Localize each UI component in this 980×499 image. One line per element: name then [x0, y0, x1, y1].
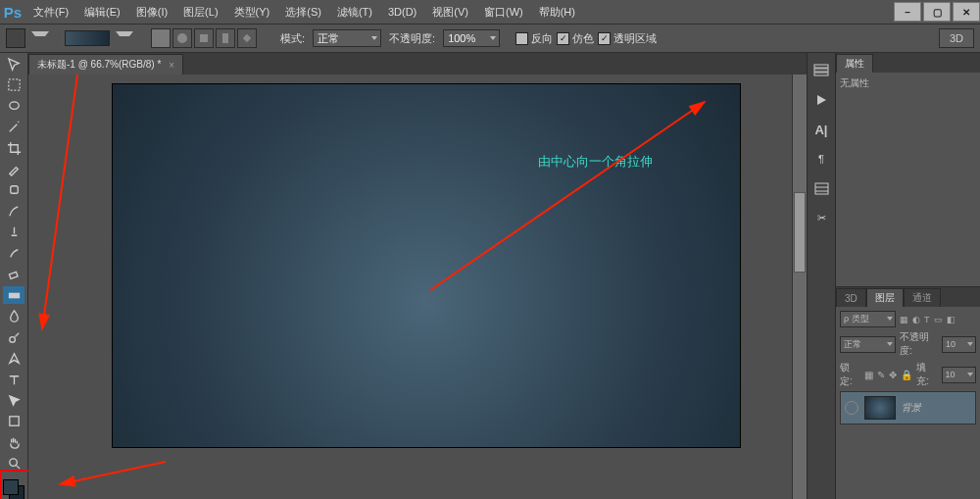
3d-tab[interactable]: 3D	[836, 288, 866, 307]
dock-history-icon[interactable]	[812, 63, 830, 78]
lock-transparency-icon[interactable]: ▦	[864, 370, 873, 380]
layer-name[interactable]: 背景	[902, 401, 921, 415]
svg-rect-8	[9, 273, 18, 279]
history-brush-tool[interactable]	[3, 244, 24, 262]
gradient-tool[interactable]	[3, 286, 24, 304]
svg-rect-3	[222, 33, 228, 43]
svg-rect-9	[8, 292, 19, 298]
menu-select[interactable]: 选择(S)	[277, 0, 329, 24]
layer-opacity-combo[interactable]: 10	[942, 336, 976, 353]
pen-tool[interactable]	[3, 349, 24, 367]
maximize-button[interactable]: ▢	[923, 2, 951, 22]
minimize-button[interactable]: –	[894, 2, 921, 22]
svg-rect-2	[200, 34, 208, 42]
menu-type[interactable]: 类型(Y)	[226, 0, 278, 24]
document-tab-label: 未标题-1 @ 66.7%(RGB/8) *	[37, 58, 161, 72]
fill-combo[interactable]: 10	[942, 367, 977, 383]
vertical-scrollbar[interactable]	[792, 75, 807, 499]
menu-3d[interactable]: 3D(D)	[380, 0, 424, 24]
filter-adjust-icon[interactable]: ◐	[912, 315, 920, 324]
healing-tool[interactable]	[3, 181, 24, 199]
document-tab-bar: 未标题-1 @ 66.7%(RGB/8) * ×	[28, 53, 807, 75]
path-select-tool[interactable]	[3, 391, 24, 409]
menu-image[interactable]: 图像(I)	[128, 0, 175, 24]
gradient-dropdown-icon[interactable]	[116, 31, 133, 46]
gradient-preview[interactable]	[65, 30, 110, 46]
close-tab-icon[interactable]: ×	[169, 60, 174, 71]
svg-point-12	[9, 459, 17, 467]
gradient-linear-button[interactable]	[151, 28, 171, 48]
menu-window[interactable]: 窗口(W)	[476, 0, 531, 24]
dock-play-icon[interactable]	[812, 92, 830, 108]
filter-shape-icon[interactable]: ▭	[934, 315, 943, 324]
visibility-toggle-icon[interactable]	[845, 401, 858, 415]
dither-checkbox[interactable]: ✓仿色	[557, 31, 594, 46]
layer-filter-kind[interactable]: ρ 类型	[840, 311, 896, 327]
properties-tab-row: 属性	[836, 53, 980, 73]
marquee-tool[interactable]	[3, 75, 24, 93]
layer-thumbnail[interactable]	[864, 396, 896, 420]
mode-combo[interactable]: 正常	[313, 29, 381, 47]
toolbox	[0, 53, 28, 499]
transparency-checkbox[interactable]: ✓透明区域	[598, 31, 657, 46]
menu-edit[interactable]: 编辑(E)	[76, 0, 128, 24]
filter-pixel-icon[interactable]: ▦	[900, 315, 908, 324]
lock-all-icon[interactable]: 🔒	[901, 370, 912, 380]
canvas-area[interactable]: 由中心向一个角拉伸	[28, 75, 807, 499]
tool-preset-picker[interactable]	[6, 28, 25, 48]
dock-tools-icon[interactable]: ✂	[812, 210, 830, 225]
opacity-combo[interactable]: 100%	[443, 29, 500, 47]
shape-tool[interactable]	[3, 413, 24, 430]
dock-paragraph-icon[interactable]: ¶	[812, 151, 830, 167]
gradient-angle-button[interactable]	[194, 28, 214, 48]
menu-layer[interactable]: 图层(L)	[175, 0, 225, 24]
svg-line-14	[60, 462, 166, 484]
menu-help[interactable]: 帮助(H)	[531, 0, 583, 24]
properties-tab[interactable]: 属性	[836, 54, 873, 73]
gradient-diamond-button[interactable]	[237, 28, 257, 48]
lasso-tool[interactable]	[3, 97, 24, 115]
scrollbar-thumb[interactable]	[794, 192, 806, 273]
wand-tool[interactable]	[3, 118, 24, 135]
layer-opacity-label: 不透明度:	[900, 330, 938, 358]
tool-preset-dropdown-icon[interactable]	[31, 31, 49, 46]
gradient-radial-button[interactable]	[172, 28, 192, 48]
annotation-text: 由中心向一个角拉伸	[538, 153, 653, 171]
3d-mode-button[interactable]: 3D	[939, 28, 974, 48]
gradient-reflected-button[interactable]	[216, 28, 235, 48]
layer-row-background[interactable]: 背景	[840, 391, 976, 424]
workspace: 未标题-1 @ 66.7%(RGB/8) * × 由中心向一个角拉伸	[28, 53, 807, 499]
document-tab[interactable]: 未标题-1 @ 66.7%(RGB/8) * ×	[28, 54, 183, 75]
filter-type-icon[interactable]: T	[924, 315, 930, 324]
window-controls: – ▢ ✕	[892, 2, 980, 22]
svg-rect-11	[9, 417, 18, 425]
reverse-checkbox[interactable]: 反向	[515, 31, 553, 46]
eyedropper-tool[interactable]	[3, 160, 24, 177]
hand-tool[interactable]	[3, 433, 24, 451]
blur-tool[interactable]	[3, 307, 24, 324]
eraser-tool[interactable]	[3, 266, 24, 283]
channels-tab[interactable]: 通道	[904, 288, 941, 307]
menu-filter[interactable]: 滤镜(T)	[329, 0, 380, 24]
dock-swatches-icon[interactable]	[812, 180, 830, 196]
layers-tab[interactable]: 图层	[866, 288, 904, 307]
svg-rect-5	[8, 79, 19, 90]
brush-tool[interactable]	[3, 202, 24, 220]
opacity-label: 不透明度:	[389, 31, 435, 46]
collapsed-panel-dock: A| ¶ ✂	[807, 53, 836, 499]
menu-file[interactable]: 文件(F)	[25, 0, 76, 24]
move-tool[interactable]	[3, 55, 24, 73]
blend-mode-combo[interactable]: 正常	[840, 336, 896, 353]
lock-pixels-icon[interactable]: ✎	[877, 370, 885, 380]
stamp-tool[interactable]	[3, 224, 24, 241]
color-swatches[interactable]	[3, 475, 24, 499]
canvas[interactable]	[113, 84, 740, 447]
dock-character-icon[interactable]: A|	[812, 122, 830, 137]
type-tool[interactable]	[3, 371, 24, 388]
menu-view[interactable]: 视图(V)	[424, 0, 476, 24]
filter-smart-icon[interactable]: ◧	[947, 315, 956, 324]
dodge-tool[interactable]	[3, 328, 24, 346]
crop-tool[interactable]	[3, 139, 24, 157]
lock-position-icon[interactable]: ✥	[889, 370, 897, 380]
close-button[interactable]: ✕	[953, 2, 980, 22]
